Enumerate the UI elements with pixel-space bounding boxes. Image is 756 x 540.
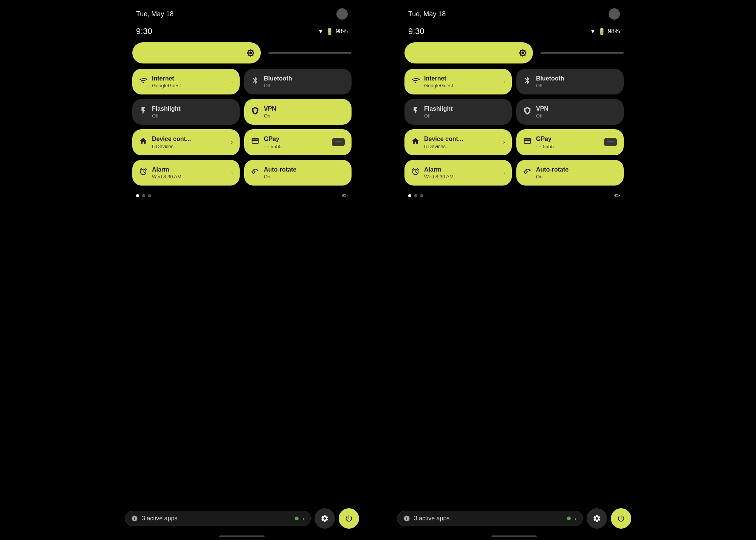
tile-vpn[interactable]: VPN Off: [516, 99, 624, 125]
tile-title-bluetooth: Bluetooth: [536, 75, 564, 82]
dot-3: [148, 194, 151, 197]
gpay-card: [332, 138, 345, 146]
tile-bluetooth[interactable]: Bluetooth Off: [244, 69, 352, 94]
tile-title-bluetooth: Bluetooth: [264, 75, 292, 82]
edit-icon[interactable]: ✏: [342, 192, 348, 200]
tile-arrow-device-control: ›: [231, 139, 233, 145]
tile-arrow-device-control: ›: [503, 139, 505, 145]
tile-icon-card: [523, 137, 531, 147]
tile-icon-rotate: [251, 167, 259, 178]
pagination-row: ✏: [132, 190, 352, 201]
tile-icon-bluetooth: [251, 76, 259, 87]
gpay-card: [604, 138, 617, 146]
tile-subtitle-autorotate: On: [536, 174, 569, 179]
card-icon: [335, 139, 342, 145]
tile-internet[interactable]: Internet GoogleGuest ›: [132, 69, 240, 94]
tile-subtitle-gpay: ···· 5555: [536, 144, 554, 149]
tile-subtitle-flashlight: Off: [424, 113, 453, 119]
tile-text-alarm: Alarm Wed 8:30 AM: [152, 166, 181, 179]
battery-icon: 🔋: [598, 28, 606, 35]
tile-subtitle-device-control: 6 Devices: [152, 144, 191, 149]
brightness-icon: [246, 49, 255, 57]
tile-title-internet: Internet: [152, 75, 181, 82]
power-button[interactable]: [339, 508, 359, 529]
phone-screen-1: Tue, May 18 9:30 ▼ 🔋 98% Internet Google…: [389, 0, 639, 540]
tile-title-autorotate: Auto-rotate: [536, 166, 569, 173]
tile-subtitle-alarm: Wed 8:30 AM: [152, 174, 181, 179]
tile-arrow-internet: ›: [503, 79, 505, 85]
active-apps-pill[interactable]: 3 active apps ›: [125, 511, 311, 526]
tile-flashlight[interactable]: Flashlight Off: [404, 99, 512, 125]
active-apps-text: 3 active apps: [142, 515, 291, 522]
tile-icon-wifi: [411, 76, 420, 87]
svg-rect-1: [335, 141, 342, 142]
power-icon: [617, 514, 625, 523]
dot-2: [414, 194, 417, 197]
tile-gpay[interactable]: GPay ···· 5555: [516, 129, 624, 155]
pagination-dots: [136, 194, 151, 197]
wifi-status-icon: ▼: [318, 28, 324, 35]
tile-flashlight[interactable]: Flashlight Off: [132, 99, 240, 125]
camera-dot: [609, 8, 620, 20]
tile-icon-vpn: [523, 107, 531, 117]
tile-title-flashlight: Flashlight: [152, 105, 181, 112]
screens-container: Tue, May 18 9:30 ▼ 🔋 98% Internet Google…: [0, 0, 756, 540]
time-row: 9:30 ▼ 🔋 98%: [132, 23, 352, 42]
tile-icon-flashlight: [411, 107, 420, 117]
power-button[interactable]: [611, 508, 631, 529]
tile-device-control[interactable]: Device cont... 6 Devices ›: [132, 129, 240, 155]
tile-alarm[interactable]: Alarm Wed 8:30 AM ›: [132, 160, 240, 186]
edit-icon[interactable]: ✏: [614, 192, 620, 200]
camera-dot: [336, 8, 348, 20]
info-icon: [131, 515, 138, 522]
tile-arrow-alarm: ›: [503, 170, 505, 176]
time-text: 9:30: [136, 26, 152, 36]
brightness-row[interactable]: [404, 42, 624, 63]
tile-subtitle-bluetooth: Off: [264, 83, 292, 88]
active-apps-pill[interactable]: 3 active apps ›: [397, 511, 583, 526]
tile-text-bluetooth: Bluetooth Off: [264, 75, 292, 88]
tile-icon-wifi: [139, 76, 147, 87]
time-text: 9:30: [408, 26, 424, 36]
tile-subtitle-alarm: Wed 8:30 AM: [424, 174, 454, 179]
settings-button[interactable]: [314, 508, 335, 529]
tiles-grid: Internet GoogleGuest › Bluetooth Off Fla…: [404, 69, 624, 186]
tile-gpay[interactable]: GPay ···· 5555: [244, 129, 352, 155]
bottom-bar: 3 active apps ›: [125, 508, 359, 529]
tile-title-device-control: Device cont...: [424, 135, 463, 142]
tile-title-internet: Internet: [424, 75, 453, 82]
tile-text-gpay: GPay ···· 5555: [264, 135, 282, 149]
tile-title-alarm: Alarm: [424, 166, 454, 173]
dot-3: [420, 194, 423, 197]
tile-subtitle-internet: GoogleGuest: [152, 83, 181, 88]
tile-autorotate[interactable]: Auto-rotate On: [244, 160, 352, 186]
brightness-track[interactable]: [268, 52, 352, 54]
tile-subtitle-device-control: 6 Devices: [424, 144, 463, 149]
tile-text-internet: Internet GoogleGuest: [152, 75, 181, 88]
tile-autorotate[interactable]: Auto-rotate On: [516, 160, 624, 186]
tile-device-control[interactable]: Device cont... 6 Devices ›: [404, 129, 512, 155]
tile-vpn[interactable]: VPN On: [244, 99, 352, 125]
tile-icon-alarm: [139, 167, 147, 178]
pagination-row: ✏: [404, 190, 624, 201]
dot-1: [136, 194, 139, 197]
brightness-track[interactable]: [541, 52, 624, 54]
brightness-pill[interactable]: [132, 42, 261, 63]
tile-icon-card: [251, 137, 259, 147]
tile-icon-vpn: [251, 107, 259, 117]
battery-text: 98%: [336, 28, 348, 35]
status-bar: Tue, May 18: [132, 0, 352, 23]
tile-internet[interactable]: Internet GoogleGuest ›: [404, 69, 512, 94]
active-indicator-dot: [567, 517, 571, 520]
tile-subtitle-bluetooth: Off: [536, 83, 564, 88]
brightness-pill[interactable]: [404, 42, 533, 63]
brightness-row[interactable]: [132, 42, 352, 63]
tile-text-device-control: Device cont... 6 Devices: [152, 135, 191, 149]
tile-text-device-control: Device cont... 6 Devices: [424, 135, 463, 149]
tile-title-alarm: Alarm: [152, 166, 181, 173]
tile-bluetooth[interactable]: Bluetooth Off: [516, 69, 624, 94]
settings-button[interactable]: [587, 508, 607, 529]
power-icon: [345, 514, 353, 523]
tile-alarm[interactable]: Alarm Wed 8:30 AM ›: [404, 160, 512, 186]
tile-subtitle-flashlight: Off: [152, 113, 181, 119]
